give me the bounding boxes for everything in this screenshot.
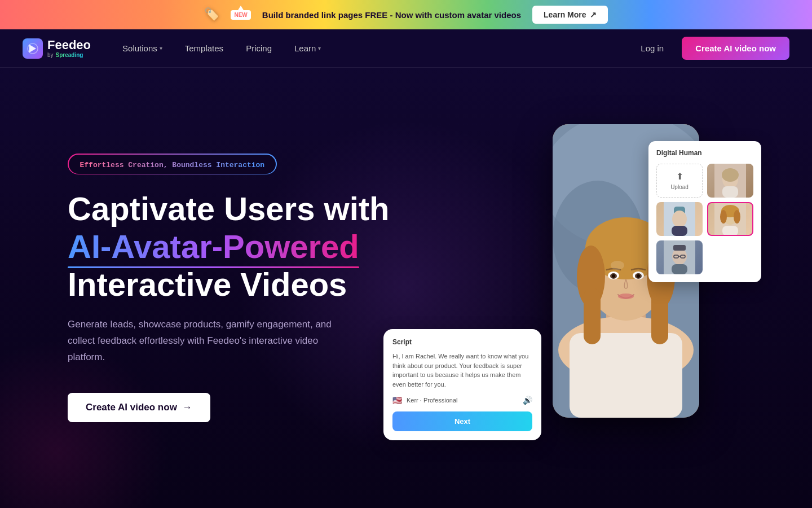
chevron-down-icon: ▾: [318, 45, 321, 51]
digital-human-panel: Digital Human ⬆ Upload: [648, 141, 761, 282]
create-video-button[interactable]: Create AI video now: [682, 37, 789, 60]
chevron-down-icon: ▾: [160, 45, 162, 51]
script-panel: Script Hi, I am Rachel. We really want t…: [383, 329, 541, 440]
hero-right: Digital Human ⬆ Upload: [406, 124, 744, 452]
logo-text: Feedeo by Spreading: [47, 38, 91, 58]
svg-rect-25: [722, 186, 738, 198]
dh-avatar-2[interactable]: [656, 202, 703, 236]
nav-templates[interactable]: Templates: [176, 39, 232, 58]
learn-more-label: Learn More: [544, 10, 586, 19]
hero-title-line2: AI-Avatar-Powered: [68, 228, 406, 266]
hero-section: Effortless Creation, Boundless Interacti…: [0, 68, 812, 508]
script-text: Hi, I am Rachel. We really want to know …: [392, 352, 532, 389]
dh-upload-button[interactable]: ⬆ Upload: [656, 164, 703, 198]
svg-rect-38: [673, 245, 686, 251]
svg-rect-42: [672, 264, 687, 274]
hero-title: Captivate Users with AI-Avatar-Powered I…: [68, 190, 406, 303]
dh-avatar-1[interactable]: [707, 164, 753, 198]
tagline-badge-wrapper: Effortless Creation, Boundless Interacti…: [68, 154, 277, 174]
svg-point-28: [672, 211, 687, 227]
logo[interactable]: Feedeo by Spreading: [23, 38, 91, 59]
svg-rect-35: [722, 226, 738, 236]
hero-left: Effortless Creation, Boundless Interacti…: [68, 154, 406, 422]
logo-icon: [23, 38, 43, 59]
svg-rect-12: [584, 288, 601, 344]
svg-point-34: [734, 210, 740, 224]
svg-point-24: [722, 168, 739, 182]
nav-right: Log in Create AI video now: [632, 37, 789, 60]
dh-avatar-4[interactable]: [656, 240, 703, 274]
volume-icon: 🔊: [523, 396, 532, 405]
hero-title-line1: Captivate Users with: [68, 190, 390, 227]
top-banner: 🏷️ NEW Build branded link pages FREE - N…: [0, 0, 812, 29]
nav-links: Solutions ▾ Templates Pricing Learn ▾: [113, 39, 632, 58]
dh-grid: ⬆ Upload: [656, 164, 753, 274]
upload-icon: ⬆: [676, 171, 683, 182]
dh-title: Digital Human: [656, 149, 753, 157]
nav-solutions[interactable]: Solutions ▾: [113, 39, 171, 58]
arrow-right-icon: →: [183, 402, 192, 413]
svg-point-33: [720, 210, 727, 224]
hero-cta-label: Create AI video now: [86, 402, 177, 413]
new-badge: NEW: [231, 10, 250, 20]
script-label: Script: [392, 338, 532, 346]
external-link-icon: ↗: [590, 10, 597, 19]
hero-description: Generate leads, showcase products, gamif…: [68, 317, 350, 366]
navbar: Feedeo by Spreading Solutions ▾ Template…: [0, 29, 812, 68]
svg-rect-29: [672, 226, 687, 236]
svg-rect-13: [651, 288, 668, 344]
script-voice: 🇺🇸 Kerr · Professional 🔊: [392, 396, 532, 405]
upload-label: Upload: [670, 184, 689, 190]
svg-point-21: [611, 261, 624, 270]
dh-avatar-3[interactable]: [707, 202, 753, 236]
logo-name: Feedeo: [47, 38, 91, 52]
svg-point-19: [637, 274, 640, 278]
learn-more-button[interactable]: Learn More ↗: [532, 6, 607, 24]
voice-name: Kerr · Professional: [407, 397, 518, 404]
logo-by: by Spreading: [47, 52, 91, 58]
spreading-name: Spreading: [56, 52, 83, 58]
svg-point-20: [618, 294, 634, 299]
svg-rect-7: [570, 333, 682, 418]
tag-icon: 🏷️: [204, 7, 219, 22]
nav-learn[interactable]: Learn ▾: [285, 39, 330, 58]
script-next-button[interactable]: Next: [392, 411, 532, 431]
login-button[interactable]: Log in: [632, 39, 673, 58]
tagline-badge: Effortless Creation, Boundless Interacti…: [69, 155, 276, 174]
nav-pricing[interactable]: Pricing: [237, 39, 281, 58]
banner-text: Build branded link pages FREE - Now with…: [262, 10, 521, 20]
hero-title-line3: Interactive Videos: [68, 266, 406, 304]
svg-point-18: [612, 274, 615, 278]
hero-cta-button[interactable]: Create AI video now →: [68, 393, 210, 422]
svg-marker-0: [29, 45, 36, 52]
flag-icon: 🇺🇸: [392, 396, 402, 405]
tagline-text: Effortless Creation, Boundless Interacti…: [80, 161, 265, 169]
